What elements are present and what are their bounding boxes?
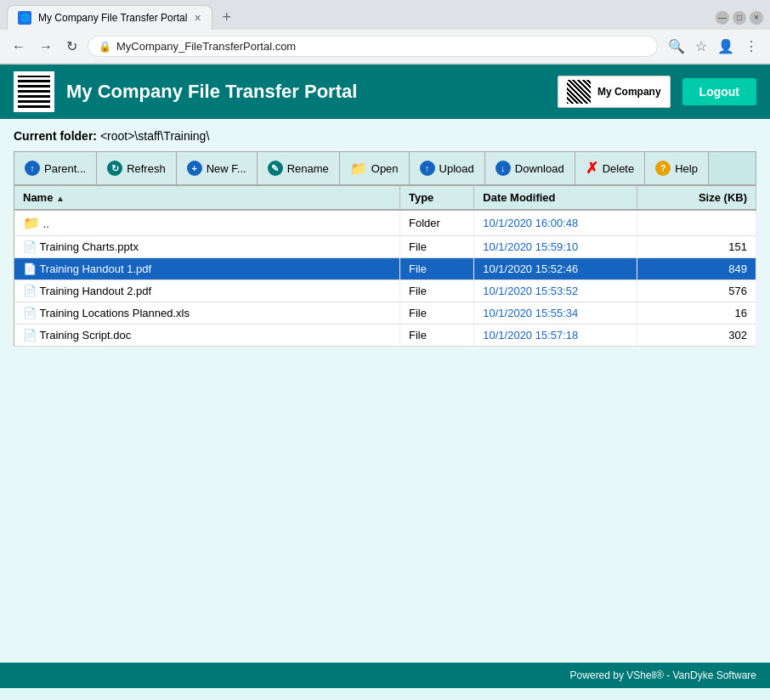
file-icon: 📄 bbox=[23, 307, 37, 319]
parent-icon: ↑ bbox=[25, 161, 40, 176]
file-name-cell: 📄 Training Locations Planned.xls bbox=[14, 302, 400, 325]
file-size-cell: 849 bbox=[637, 258, 756, 280]
col-type[interactable]: Type bbox=[399, 186, 473, 211]
maximize-button[interactable]: □ bbox=[733, 11, 746, 25]
main-content: Current folder: <root>\staff\Training\ ↑… bbox=[0, 119, 770, 663]
file-type-cell: File bbox=[399, 236, 473, 258]
file-size-cell: 16 bbox=[637, 302, 756, 325]
footer-text: Powered by VShell® - VanDyke Software bbox=[570, 669, 756, 681]
minimize-button[interactable]: — bbox=[716, 11, 729, 25]
file-name-cell: 📄 Training Handout 2.pdf bbox=[14, 280, 400, 302]
new-folder-label: New F... bbox=[207, 162, 246, 175]
file-type-cell: File bbox=[399, 258, 473, 280]
rename-icon: ✎ bbox=[268, 161, 283, 176]
refresh-button[interactable]: ↻ Refresh bbox=[97, 152, 177, 184]
file-type-cell: File bbox=[399, 280, 473, 302]
qr-logo bbox=[14, 71, 54, 112]
tab-close-icon[interactable]: × bbox=[194, 11, 201, 25]
tab-favicon: 🌐 bbox=[18, 11, 31, 25]
folder-icon: 📁 bbox=[23, 216, 40, 230]
current-folder-label: Current folder: bbox=[14, 129, 97, 143]
file-size-cell: 576 bbox=[637, 280, 756, 302]
file-icon: 📄 bbox=[23, 240, 37, 253]
file-icon: 📄 bbox=[23, 329, 37, 342]
table-row[interactable]: 📁 ..Folder10/1/2020 16:00:48 bbox=[14, 210, 756, 236]
new-folder-icon: + bbox=[187, 161, 202, 176]
download-icon: ↓ bbox=[495, 161, 511, 176]
reload-button[interactable]: ↻ bbox=[63, 35, 81, 58]
browser-tab[interactable]: 🌐 My Company File Transfer Portal × bbox=[7, 5, 212, 30]
file-table: Name ▲ Type Date Modified Size (KB) 📁 ..… bbox=[14, 185, 756, 347]
upload-icon: ↑ bbox=[420, 161, 435, 176]
account-icon-btn[interactable]: 👤 bbox=[714, 35, 738, 58]
file-icon: 📄 bbox=[23, 285, 37, 297]
new-folder-button[interactable]: + New F... bbox=[177, 152, 258, 184]
open-folder-icon: 📁 bbox=[350, 161, 367, 177]
company-name-label: My Company bbox=[597, 86, 661, 98]
col-size[interactable]: Size (KB) bbox=[637, 186, 756, 211]
table-row[interactable]: 📄 Training Charts.pptxFile10/1/2020 15:5… bbox=[14, 236, 756, 258]
forward-button[interactable]: → bbox=[36, 36, 56, 58]
file-date-cell: 10/1/2020 15:57:18 bbox=[474, 325, 637, 347]
app-header: My Company File Transfer Portal My Compa… bbox=[0, 65, 770, 119]
file-name-cell: 📁 .. bbox=[14, 210, 400, 236]
lock-icon: 🔒 bbox=[99, 41, 111, 53]
file-date-cell: 10/1/2020 16:00:48 bbox=[474, 210, 637, 236]
rename-label: Rename bbox=[287, 162, 329, 175]
col-name[interactable]: Name ▲ bbox=[14, 186, 400, 211]
download-label: Download bbox=[515, 162, 564, 175]
upload-label: Upload bbox=[439, 162, 474, 175]
app-footer: Powered by VShell® - VanDyke Software bbox=[0, 663, 770, 688]
app-title: My Company File Transfer Portal bbox=[66, 81, 546, 103]
table-row[interactable]: 📄 Training Script.docFile10/1/2020 15:57… bbox=[14, 325, 756, 347]
table-row[interactable]: 📄 Training Handout 2.pdfFile10/1/2020 15… bbox=[14, 280, 756, 302]
help-label: Help bbox=[675, 162, 698, 175]
file-date-cell: 10/1/2020 15:59:10 bbox=[474, 236, 637, 258]
open-label: Open bbox=[371, 162, 399, 175]
refresh-icon: ↻ bbox=[107, 161, 122, 176]
browser-chrome: 🌐 My Company File Transfer Portal × + — … bbox=[0, 0, 770, 65]
file-name-cell: 📄 Training Handout 1.pdf bbox=[14, 258, 400, 280]
download-button[interactable]: ↓ Download bbox=[485, 152, 575, 184]
file-type-cell: File bbox=[399, 325, 473, 347]
logout-button[interactable]: Logout bbox=[682, 78, 756, 105]
refresh-label: Refresh bbox=[127, 162, 166, 175]
file-type-cell: File bbox=[399, 302, 473, 325]
address-field[interactable]: 🔒 MyCompany_FileTransferPortal.com bbox=[88, 36, 658, 57]
sort-arrow-icon: ▲ bbox=[56, 194, 65, 203]
parent-button[interactable]: ↑ Parent... bbox=[14, 152, 97, 184]
file-date-cell: 10/1/2020 15:53:52 bbox=[474, 280, 637, 302]
menu-icon-btn[interactable]: ⋮ bbox=[741, 35, 762, 58]
company-qr-icon bbox=[567, 80, 591, 104]
tab-title: My Company File Transfer Portal bbox=[38, 12, 187, 24]
close-button[interactable]: × bbox=[750, 11, 763, 25]
company-badge: My Company bbox=[558, 76, 671, 108]
file-date-cell: 10/1/2020 15:55:34 bbox=[474, 302, 637, 325]
file-size-cell: 302 bbox=[637, 325, 756, 347]
help-icon: ? bbox=[655, 161, 671, 176]
qr-pattern bbox=[18, 76, 50, 108]
window-controls: — □ × bbox=[716, 11, 763, 25]
help-button[interactable]: ? Help bbox=[645, 152, 709, 184]
address-bar: ← → ↻ 🔒 MyCompany_FileTransferPortal.com… bbox=[0, 30, 770, 64]
file-table-body: 📁 ..Folder10/1/2020 16:00:48📄 Training C… bbox=[14, 210, 756, 347]
file-icon: 📄 bbox=[23, 262, 37, 275]
back-button[interactable]: ← bbox=[8, 36, 29, 58]
current-folder-display: Current folder: <root>\staff\Training\ bbox=[14, 129, 756, 143]
table-row[interactable]: 📄 Training Locations Planned.xlsFile10/1… bbox=[14, 302, 756, 325]
open-button[interactable]: 📁 Open bbox=[340, 152, 410, 184]
search-icon-btn[interactable]: 🔍 bbox=[665, 35, 688, 58]
title-bar: 🌐 My Company File Transfer Portal × + — … bbox=[0, 0, 770, 30]
file-size-cell: 151 bbox=[637, 236, 756, 258]
delete-icon: ✗ bbox=[586, 159, 598, 178]
file-date-cell: 10/1/2020 15:52:46 bbox=[474, 258, 637, 280]
col-date[interactable]: Date Modified bbox=[474, 186, 637, 211]
bookmark-icon-btn[interactable]: ☆ bbox=[692, 35, 711, 58]
rename-button[interactable]: ✎ Rename bbox=[258, 152, 340, 184]
upload-button[interactable]: ↑ Upload bbox=[410, 152, 485, 184]
toolbar: ↑ Parent... ↻ Refresh + New F... ✎ Renam… bbox=[14, 151, 756, 185]
table-row[interactable]: 📄 Training Handout 1.pdfFile10/1/2020 15… bbox=[14, 258, 756, 280]
new-tab-button[interactable]: + bbox=[216, 5, 239, 30]
parent-label: Parent... bbox=[44, 162, 86, 175]
delete-button[interactable]: ✗ Delete bbox=[575, 152, 646, 184]
